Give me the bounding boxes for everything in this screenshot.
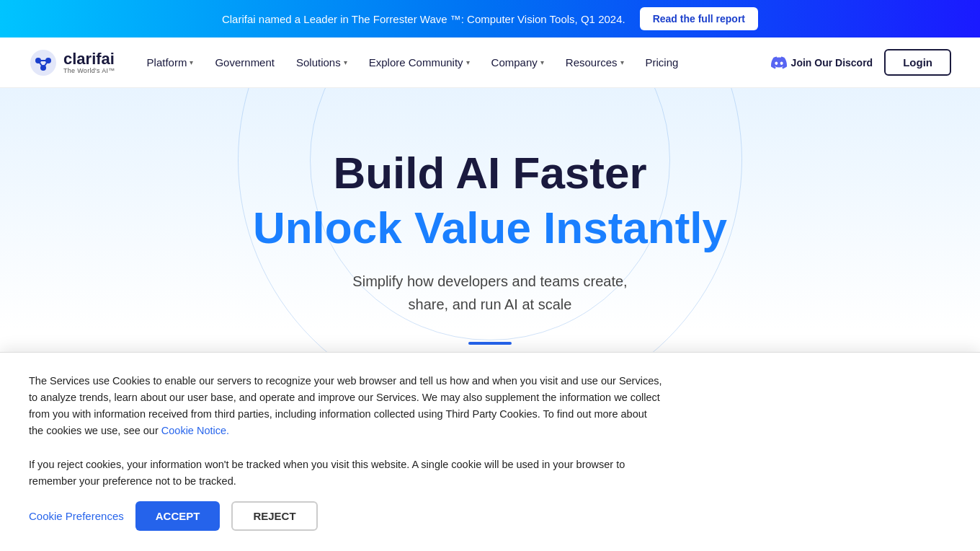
- nav-item-government[interactable]: Government: [205, 50, 285, 74]
- nav-platform-label: Platform: [147, 56, 187, 69]
- logo-tagline: The World's AI™: [63, 67, 115, 74]
- nav-item-pricing[interactable]: Pricing: [636, 50, 689, 74]
- hero-subtitle: Simplify how developers and teams create…: [253, 270, 727, 316]
- nav-links: Platform ▾ Government Solutions ▾ Explor…: [137, 50, 771, 74]
- login-button[interactable]: Login: [884, 49, 951, 76]
- nav-pricing-label: Pricing: [646, 56, 679, 69]
- discord-icon: [771, 55, 787, 71]
- join-discord-link[interactable]: Join Our Discord: [771, 55, 873, 71]
- read-report-button[interactable]: Read the full report: [640, 7, 758, 30]
- nav-item-explore-community[interactable]: Explore Community ▾: [359, 50, 480, 74]
- chevron-down-icon: ▾: [620, 58, 624, 66]
- chevron-down-icon: ▾: [540, 58, 544, 66]
- chevron-down-icon: ▾: [190, 58, 193, 66]
- hero-content: Build AI Faster Unlock Value Instantly S…: [253, 149, 727, 345]
- join-discord-label: Join Our Discord: [791, 57, 873, 69]
- announcement-bar: Clarifai named a Leader in The Forrester…: [0, 0, 980, 38]
- hero-title-blue: Unlock Value Instantly: [253, 203, 727, 252]
- nav-explore-label: Explore Community: [369, 56, 463, 69]
- nav-actions: Join Our Discord Login: [771, 49, 951, 76]
- chevron-down-icon: ▾: [466, 58, 470, 66]
- nav-item-solutions[interactable]: Solutions ▾: [286, 50, 357, 74]
- hero-title-black: Build AI Faster: [253, 149, 727, 198]
- cookie-body-text1: The Services use Cookies to enable our s…: [29, 373, 663, 391]
- chevron-down-icon: ▾: [344, 58, 347, 66]
- cookie-content: The Services use Cookies to enable our s…: [29, 373, 663, 391]
- nav-item-platform[interactable]: Platform ▾: [137, 50, 204, 74]
- nav-item-resources[interactable]: Resources ▾: [556, 50, 634, 74]
- nav-solutions-label: Solutions: [296, 56, 341, 69]
- scroll-indicator: [468, 342, 512, 345]
- svg-point-0: [30, 50, 56, 76]
- nav-resources-label: Resources: [566, 56, 618, 69]
- logo[interactable]: clarifai The World's AI™: [29, 48, 115, 77]
- nav-company-label: Company: [491, 56, 538, 69]
- hero-section: Build AI Faster Unlock Value Instantly S…: [0, 88, 980, 391]
- cookie-banner: The Services use Cookies to enable our s…: [0, 352, 980, 391]
- logo-icon: [29, 48, 58, 77]
- hero-subtitle-line1: Simplify how developers and teams create…: [352, 273, 627, 289]
- nav-government-label: Government: [215, 56, 275, 69]
- logo-name: clarifai: [63, 51, 115, 67]
- navbar: clarifai The World's AI™ Platform ▾ Gove…: [0, 38, 980, 88]
- hero-subtitle-line2: share, and run AI at scale: [409, 296, 572, 312]
- announcement-text: Clarifai named a Leader in The Forrester…: [222, 13, 625, 25]
- nav-item-company[interactable]: Company ▾: [481, 50, 554, 74]
